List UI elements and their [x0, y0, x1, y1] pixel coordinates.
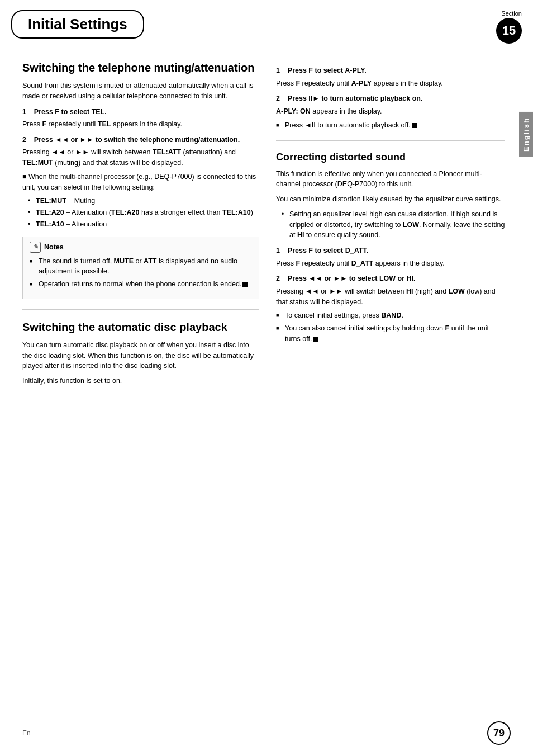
step1-text: Press F repeatedly until TEL appears in …	[22, 119, 259, 130]
section-telephone-muting: Switching the telephone muting/attenuati…	[22, 60, 259, 299]
aply-step2-bullets: Press ◄II to turn automatic playback off…	[276, 120, 505, 131]
step2-heading: 2 Press ◄◄ or ►► to switch the telephone…	[22, 135, 259, 145]
aply-step1-text: Press F repeatedly until A-PLY appears i…	[276, 78, 505, 89]
section-auto-disc: Switching the automatic disc playback Yo…	[22, 320, 259, 386]
distortion-bullets: Setting an equalizer level high can caus…	[276, 209, 505, 240]
main-content: Switching the telephone muting/attenuati…	[0, 44, 533, 402]
section3-intro2: You can minimize distortion likely cause…	[276, 194, 505, 205]
datt-step2-heading: 2 Press ◄◄ or ►► to select LOW or HI.	[276, 274, 505, 284]
section-distortion: Correcting distorted sound This function…	[276, 151, 505, 344]
list-item: TEL:A20 – Attenuation (TEL:A20 has a str…	[28, 207, 259, 218]
notes-box: ✎ Notes The sound is turned off, MUTE or…	[22, 237, 259, 299]
section-label: Section	[501, 10, 522, 17]
language-label: English	[519, 112, 533, 157]
notes-icon: ✎	[30, 242, 41, 253]
section2-intro2: Initially, this function is set to on.	[22, 376, 259, 386]
divider2	[276, 140, 505, 141]
section2-intro: You can turn automatic disc playback on …	[22, 340, 259, 371]
section3-title: Correcting distorted sound	[276, 151, 505, 164]
datt-step1-text: Press F repeatedly until D_ATT appears i…	[276, 258, 505, 269]
step2-text: Pressing ◄◄ or ►► will switch between TE…	[22, 147, 259, 168]
aply-step1-heading: 1 Press F to select A-PLY.	[276, 66, 505, 76]
tel-bullets: TEL:MUT – Muting TEL:A20 – Attenuation (…	[22, 196, 259, 229]
final-bullets: To cancel initial settings, press BAND. …	[276, 310, 505, 344]
divider	[22, 309, 259, 310]
list-item: Setting an equalizer level high can caus…	[282, 209, 505, 240]
section-number: 15	[496, 18, 522, 44]
page-header: Initial Settings Section 15	[0, 0, 533, 44]
right-column: 1 Press F to select A-PLY. Press F repea…	[276, 60, 522, 391]
page-number: 79	[487, 721, 511, 745]
list-item: Press ◄II to turn automatic playback off…	[276, 120, 505, 131]
page-title: Initial Settings	[11, 10, 144, 39]
section1-title: Switching the telephone muting/attenuati…	[22, 60, 259, 75]
list-item: Operation returns to normal when the pho…	[30, 279, 252, 290]
section1-intro: Sound from this system is muted or atten…	[22, 81, 259, 102]
header-right: Section 15	[496, 10, 522, 44]
section2-title: Switching the automatic disc playback	[22, 320, 259, 334]
notes-label: Notes	[44, 243, 64, 251]
step1-heading: 1 Press F to select TEL.	[22, 107, 259, 117]
notes-heading: ✎ Notes	[30, 242, 252, 253]
list-item: You can also cancel initial settings by …	[276, 323, 505, 344]
section2-steps: 1 Press F to select A-PLY. Press F repea…	[276, 66, 505, 130]
datt-step2-text: Pressing ◄◄ or ►► will switch between HI…	[276, 286, 505, 308]
left-column: Switching the telephone muting/attenuati…	[22, 60, 259, 391]
aply-step2-display: A-PLY: ON appears in the display.	[276, 106, 505, 117]
list-item: TEL:A10 – Attenuation	[28, 219, 259, 230]
aply-step2-heading: 2 Press II► to turn automatic playback o…	[276, 94, 505, 104]
section3-intro1: This function is effective only when you…	[276, 169, 505, 190]
footer-lang-label: En	[22, 729, 31, 737]
notes-list: The sound is turned off, MUTE or ATT is …	[30, 256, 252, 290]
page-footer: En 79	[0, 721, 533, 745]
list-item: The sound is turned off, MUTE or ATT is …	[30, 256, 252, 277]
list-item: TEL:MUT – Muting	[28, 196, 259, 206]
datt-step1-heading: 1 Press F to select D_ATT.	[276, 246, 505, 256]
step2-note: ■ When the multi-channel processor (e.g.…	[22, 172, 259, 193]
list-item: To cancel initial settings, press BAND.	[276, 310, 505, 321]
